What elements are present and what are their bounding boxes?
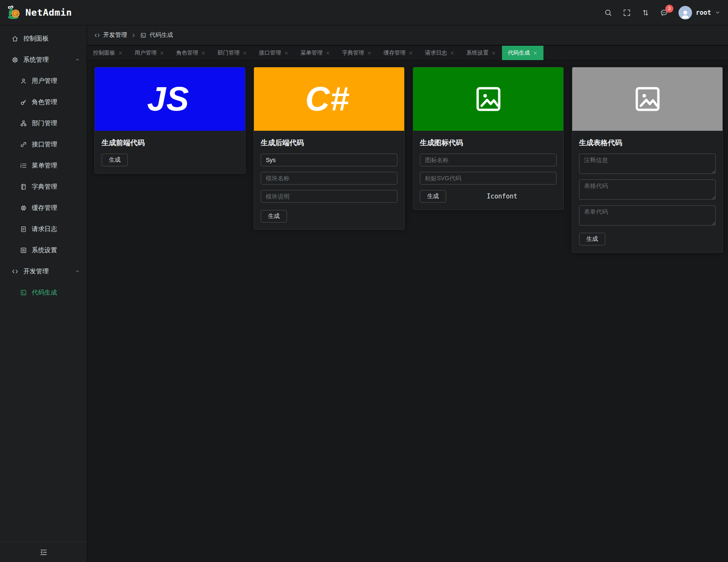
close-icon[interactable] <box>491 51 496 55</box>
tab-menus[interactable]: 菜单管理 <box>295 46 336 60</box>
tab-departments[interactable]: 部门管理 <box>212 46 253 60</box>
tab-code-generation[interactable]: 代码生成 <box>502 46 543 60</box>
close-icon[interactable] <box>243 51 247 55</box>
sidebar-item-dictionary[interactable]: 字典管理 <box>0 176 87 197</box>
chevron-up-icon <box>75 57 80 62</box>
tab-cache[interactable]: 缓存管理 <box>378 46 419 60</box>
key-icon <box>20 99 27 106</box>
close-icon[interactable] <box>367 51 372 55</box>
module-description-input[interactable] <box>261 190 397 203</box>
top-header: NetAdmin 3 root <box>0 0 728 25</box>
tab-label: 菜单管理 <box>301 49 323 57</box>
org-icon <box>20 120 27 127</box>
sidebar-item-label: 部门管理 <box>32 119 57 127</box>
table-code-textarea[interactable] <box>579 179 716 200</box>
close-icon[interactable] <box>450 51 455 55</box>
search-icon[interactable] <box>604 8 612 17</box>
terminal-icon <box>20 289 27 296</box>
sidebar-item-label: 开发管理 <box>23 267 49 275</box>
svg-code-input[interactable] <box>420 172 557 185</box>
tab-label: 接口管理 <box>259 49 281 57</box>
header-actions: 3 root <box>604 6 720 19</box>
generate-backend-button[interactable]: 生成 <box>261 210 287 223</box>
chevron-down-icon <box>715 10 720 15</box>
breadcrumb-parent[interactable]: 开发管理 <box>94 31 127 39</box>
sidebar-item-cache[interactable]: 缓存管理 <box>0 197 87 218</box>
document-icon <box>20 226 27 233</box>
tab-users[interactable]: 用户管理 <box>129 46 170 60</box>
cpu-icon <box>20 204 27 212</box>
tab-label: 代码生成 <box>508 49 530 57</box>
sidebar-item-label: 请求日志 <box>32 225 57 233</box>
sidebar-footer <box>0 542 87 562</box>
tab-label: 字典管理 <box>342 49 364 57</box>
book-icon <box>20 183 27 190</box>
breadcrumb-parent-label: 开发管理 <box>103 31 127 39</box>
tab-label: 控制面板 <box>93 49 115 57</box>
generate-icon-button[interactable]: 生成 <box>420 190 446 203</box>
sidebar-item-departments[interactable]: 部门管理 <box>0 113 87 134</box>
picture-icon <box>474 85 503 113</box>
sidebar-item-label: 系统管理 <box>23 56 49 64</box>
link-icon <box>20 141 27 148</box>
sidebar-item-label: 控制面板 <box>23 35 49 43</box>
module-name-input[interactable] <box>261 172 397 185</box>
sidebar-item-label: 字典管理 <box>32 183 57 191</box>
user-menu[interactable]: root <box>678 6 720 19</box>
sidebar-item-label: 用户管理 <box>32 77 57 85</box>
tab-request-logs[interactable]: 请求日志 <box>419 46 461 60</box>
sidebar-item-api[interactable]: 接口管理 <box>0 134 87 155</box>
breadcrumb-current: 代码生成 <box>140 31 173 39</box>
sidebar-item-code-generation[interactable]: 代码生成 <box>0 282 87 303</box>
close-icon[interactable] <box>201 51 206 55</box>
collapse-sidebar-icon[interactable] <box>39 548 48 556</box>
frontend-banner: JS <box>95 67 245 131</box>
sidebar-item-system-group[interactable]: 系统管理 <box>0 49 87 70</box>
close-icon[interactable] <box>325 51 330 55</box>
tab-label: 部门管理 <box>218 49 240 57</box>
sidebar-item-label: 角色管理 <box>32 98 57 106</box>
code-icon <box>94 32 100 39</box>
sidebar-item-roles[interactable]: 角色管理 <box>0 91 87 113</box>
form-code-textarea[interactable] <box>579 205 716 226</box>
main-area: 开发管理 代码生成 控制面板 用户管理 角色管理 <box>87 25 728 562</box>
message-icon[interactable]: 3 <box>660 8 668 17</box>
app-logo[interactable]: NetAdmin <box>6 5 72 21</box>
tab-dashboard[interactable]: 控制面板 <box>87 46 129 60</box>
close-icon[interactable] <box>533 51 538 55</box>
tab-settings[interactable]: 系统设置 <box>461 46 502 60</box>
user-icon <box>20 77 27 85</box>
sidebar-item-dashboard[interactable]: 控制面板 <box>0 28 87 49</box>
sidebar-item-label: 系统设置 <box>32 246 57 254</box>
module-prefix-input[interactable] <box>261 154 397 166</box>
card-title: 生成后端代码 <box>261 138 397 148</box>
breadcrumb-current-label: 代码生成 <box>149 31 173 39</box>
close-icon[interactable] <box>284 51 289 55</box>
tab-label: 系统设置 <box>466 49 488 57</box>
icon-name-input[interactable] <box>420 154 557 166</box>
home-icon <box>11 35 19 42</box>
card-generate-table: 生成表格代码 生成 <box>572 67 723 253</box>
generate-table-button[interactable]: 生成 <box>579 233 605 245</box>
tab-roles[interactable]: 角色管理 <box>170 46 212 60</box>
snail-logo-icon <box>6 5 22 21</box>
tab-api[interactable]: 接口管理 <box>253 46 295 60</box>
sidebar-item-settings[interactable]: 系统设置 <box>0 240 87 261</box>
sidebar-item-users[interactable]: 用户管理 <box>0 70 87 91</box>
comment-info-textarea[interactable] <box>579 154 716 174</box>
notification-badge: 3 <box>665 5 673 13</box>
fullscreen-icon[interactable] <box>623 8 631 17</box>
tab-bar: 控制面板 用户管理 角色管理 部门管理 接口管理 菜单管理 <box>87 46 728 61</box>
generate-frontend-button[interactable]: 生成 <box>102 154 128 166</box>
chevron-right-icon <box>131 33 136 38</box>
icon-banner <box>413 67 563 131</box>
sidebar-item-menus[interactable]: 菜单管理 <box>0 155 87 176</box>
sidebar-item-request-logs[interactable]: 请求日志 <box>0 218 87 240</box>
sidebar-item-dev-group[interactable]: 开发管理 <box>0 261 87 282</box>
tab-dictionary[interactable]: 字典管理 <box>336 46 378 60</box>
close-icon[interactable] <box>408 51 413 55</box>
close-icon[interactable] <box>118 51 123 55</box>
close-icon[interactable] <box>160 51 164 55</box>
iconfont-link[interactable]: Iconfont <box>487 193 517 200</box>
switch-icon[interactable] <box>641 8 650 17</box>
